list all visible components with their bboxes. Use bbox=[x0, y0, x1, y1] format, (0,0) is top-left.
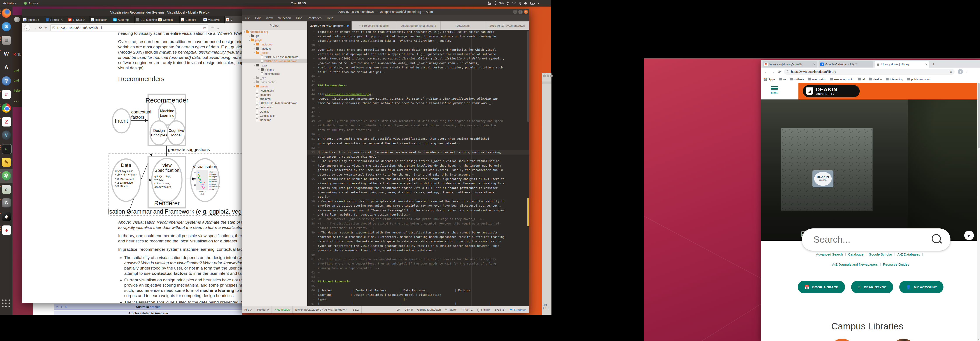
site-info-icon[interactable]: ⓘ bbox=[52, 26, 55, 30]
editor-line[interactable]: •recommenders need some form of **machin… bbox=[307, 208, 530, 213]
system-tray[interactable]: 3% ▾ bbox=[487, 0, 539, 6]
url-bar[interactable]: https://www.deakin.edu.au/library ☆ bbox=[784, 69, 955, 75]
chrome-menu-icon[interactable]: ⋮ bbox=[965, 70, 969, 74]
tree-item-.sass-cache[interactable]: ▸.sass-cache bbox=[242, 80, 307, 84]
editor-line[interactable]: 50¬ bbox=[307, 132, 530, 136]
search-input[interactable] bbox=[813, 234, 919, 245]
editor-tab[interactable]: ⌕Project Find Results bbox=[352, 21, 396, 30]
link-advanced-search[interactable]: Advanced Search bbox=[816, 252, 843, 256]
link-catalogue[interactable]: Catalogue bbox=[848, 252, 864, 256]
bookmarks-bar[interactable]: Apps osskillsetsmac_setupexecuting_not..… bbox=[761, 76, 980, 83]
url-text[interactable]: https://www.deakin.edu.au/library bbox=[791, 70, 836, 73]
editor-line[interactable]: •searched within a reasonable time. Furt… bbox=[307, 235, 530, 239]
dock-item-files[interactable]: ▤ bbox=[0, 34, 13, 47]
editor-line[interactable]: 48¬ bbox=[307, 114, 530, 119]
editor-line[interactable]: 46¬ bbox=[307, 106, 530, 110]
link-a-z-journals-and-newspapers[interactable]: A-Z Journals and Newspapers bbox=[832, 263, 878, 266]
editor-line[interactable]: •and to learn weights for competing desi… bbox=[307, 213, 530, 217]
library-photo-1[interactable] bbox=[826, 339, 858, 341]
editor-line[interactable]: 47¬ bbox=[307, 110, 530, 114]
articles-link[interactable]: articles bbox=[150, 305, 160, 309]
dock-item-firefox[interactable] bbox=[0, 6, 13, 20]
editor-tab[interactable]: footer.html bbox=[441, 21, 485, 30]
tree-item-_layouts[interactable]: ▸_layouts bbox=[242, 46, 307, 51]
editor-line[interactable]: •process requires pre-programming the re… bbox=[307, 186, 530, 190]
tree-item-Gemfile[interactable]: Gemfile bbox=[242, 109, 307, 114]
link-a-z-databases[interactable]: A-Z Databases bbox=[897, 252, 920, 256]
editor-line[interactable]: •Learning | Design Principles | Cognitiv… bbox=[307, 293, 530, 297]
editor-line[interactable]: •provide an objective scoring mechanism,… bbox=[307, 203, 530, 208]
firefox-tab[interactable]: UCI Machine bbox=[135, 16, 157, 24]
url-text[interactable]: 127.0.0.1:4000/2019/07/vis.html bbox=[57, 26, 102, 30]
editor-line[interactable]: •running task on a supercomputer) -->¬ bbox=[307, 266, 530, 270]
editor-line[interactable]: 60¬ bbox=[307, 253, 530, 257]
library-search[interactable] bbox=[802, 228, 950, 251]
editor-line[interactable]: •prevents the recommender from finding n… bbox=[307, 248, 530, 252]
button-book-a-space[interactable]: 📅BOOK A SPACE bbox=[798, 281, 845, 293]
atom-menu-bar[interactable]: FileEditViewSelectionFindPackagesHelp bbox=[242, 15, 530, 21]
encoding[interactable]: UTF-8 bbox=[404, 308, 413, 311]
file-menu[interactable]: File bbox=[16, 53, 21, 56]
tree-item-_posts[interactable]: ▾_posts bbox=[242, 51, 307, 55]
tree-item-.gitignore[interactable]: .gitignore bbox=[242, 93, 307, 97]
editor-line[interactable]: 51In theory, one could enumerate all pos… bbox=[307, 136, 530, 141]
bookmark-folder-deakin[interactable]: deakin bbox=[869, 78, 882, 81]
chrome-tab[interactable]: 9Google Calendar - July 2 bbox=[819, 61, 873, 68]
cursor-position[interactable]: 53:2 bbox=[350, 306, 361, 313]
chrome-tab[interactable]: ▤Library Home | Library✕ bbox=[875, 61, 929, 68]
editor-line[interactable]: •data patterns to achieve this goal:¬ bbox=[307, 155, 530, 159]
editor-line[interactable]: •when making visual selections (min, max… bbox=[307, 190, 530, 195]
editor-line[interactable]: •(Unfortunately, as software engineers a… bbox=[307, 65, 530, 70]
back-button[interactable]: ← bbox=[764, 70, 768, 74]
menu-button[interactable]: Menu bbox=[770, 86, 780, 94]
tree-item-vismodel-org[interactable]: ▾vismodel-org bbox=[242, 30, 307, 34]
editor-line[interactable]: 38¬ bbox=[307, 43, 530, 48]
bookmark-folder-executing-not---[interactable]: executing_not... bbox=[830, 78, 854, 81]
chrome-tab[interactable]: MInbox - anjsimmo@gmail.c✕ bbox=[762, 61, 817, 68]
atom-editor[interactable]: •cognition to ensure that it can be read… bbox=[307, 30, 530, 306]
bookmark-folder-afl[interactable]: afl bbox=[858, 78, 865, 81]
editor-line[interactable]: •**data patterns** to extract. -->¬ bbox=[307, 226, 530, 230]
dock-item-inkscape[interactable]: ◆ bbox=[0, 210, 13, 224]
profile-avatar[interactable]: ● bbox=[958, 69, 963, 74]
editor-line[interactable]: •as UML suffer from bad visual design).¬ bbox=[307, 70, 530, 74]
dock-item-mendeley[interactable]: V bbox=[0, 128, 13, 142]
window-buttons[interactable] bbox=[543, 75, 553, 77]
editor-line[interactable]: •form of industry best practices. -->¬ bbox=[307, 128, 530, 132]
editor-scrollbar[interactable] bbox=[527, 30, 529, 305]
editor-line[interactable]: 54- The suitability of a visualisation d… bbox=[307, 159, 530, 163]
git-branch[interactable]: ⑂ master bbox=[445, 308, 457, 311]
editor-line[interactable]: 39Over time, researchers and practitione… bbox=[307, 48, 530, 52]
menu-edit[interactable]: Edit bbox=[255, 16, 261, 20]
dock-item-terminal[interactable]: >_ bbox=[0, 142, 13, 155]
dock[interactable]: ✉▤WA?#ZV>_✎⚛⌕G◆e bbox=[0, 6, 13, 315]
editor-line[interactable]: •providing one or more suggestions, thus… bbox=[307, 262, 530, 266]
tree-item-_sass[interactable]: ▾_sass bbox=[242, 63, 307, 68]
firefox-tab[interactable]: Gdisplacer bbox=[89, 16, 112, 24]
dock-item-screenshot[interactable]: ⌕ bbox=[0, 183, 13, 196]
tree-item-_config.yml[interactable]: _config.yml bbox=[242, 89, 307, 93]
tree-item-minima[interactable]: ▸minima bbox=[242, 68, 307, 72]
editor-line[interactable]: 64## Recent Research¬ bbox=[307, 279, 530, 284]
search-icon[interactable] bbox=[932, 234, 941, 243]
tree-item-index.md[interactable]: index.md bbox=[242, 118, 307, 122]
firefox-tab[interactable]: RRPubs - C bbox=[45, 16, 67, 24]
editor-line[interactable]: •models (Moody 2009) include _maximise p… bbox=[307, 56, 530, 61]
editor-line[interactable]: 58<!-- - The visualisation should be sui… bbox=[307, 221, 530, 226]
editor-line[interactable]: •data distributed over the entire search… bbox=[307, 239, 530, 244]
bookmark-folder-public-transport[interactable]: public transport bbox=[907, 78, 931, 81]
reader-mode-icon[interactable]: ▤ bbox=[203, 26, 206, 30]
editor-line[interactable]: 56- Current visualisation design princip… bbox=[307, 199, 530, 203]
editor-line[interactable]: 55- The visualisation should be suited t… bbox=[307, 177, 530, 181]
link-google-scholar[interactable]: Google Scholar bbox=[869, 252, 892, 256]
tree-item-404.html[interactable]: 404.html bbox=[242, 97, 307, 101]
dock-item-slack[interactable]: # bbox=[0, 88, 13, 102]
pocket-icon[interactable]: ⌄ bbox=[217, 26, 220, 30]
link-resource-guides[interactable]: Resource Guides bbox=[883, 263, 909, 266]
page-scrollbar[interactable]: ▼ bbox=[977, 83, 980, 341]
grammar[interactable]: GitHub Markdown bbox=[417, 308, 441, 311]
page-actions-icon[interactable]: ⋯ bbox=[211, 26, 214, 30]
firefox-tab[interactable]: Gggplot2 c bbox=[22, 16, 45, 24]
editor-line[interactable]: •relevant information appear to pop out.… bbox=[307, 34, 530, 38]
activities-button[interactable]: Activities bbox=[3, 0, 16, 6]
